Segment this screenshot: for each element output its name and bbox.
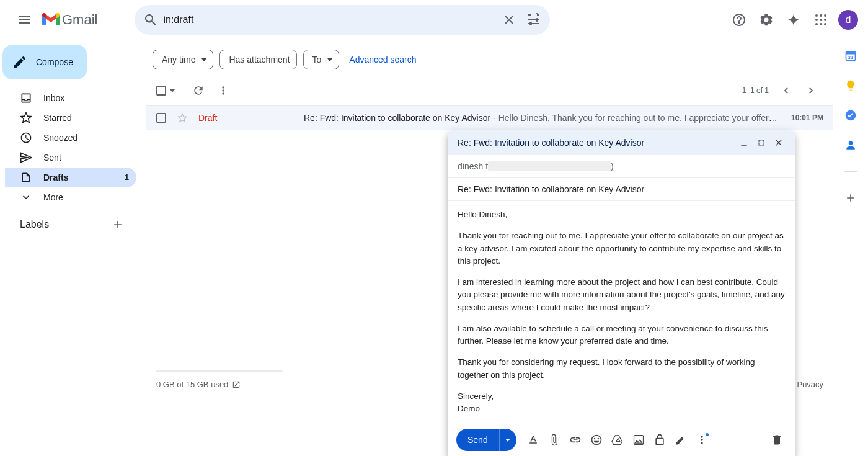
open-in-new-icon[interactable] xyxy=(232,380,241,389)
body-p5: Thank you for considering my request. I … xyxy=(458,356,785,382)
storage-bar xyxy=(156,370,283,372)
minimize-icon xyxy=(740,138,748,147)
help-icon xyxy=(732,12,746,27)
drive-icon xyxy=(611,434,624,446)
search-options-button[interactable] xyxy=(521,7,546,32)
refresh-button[interactable] xyxy=(186,78,211,103)
more-vert-icon xyxy=(217,84,229,97)
subject-cell: Re: Fwd: Invitation to collaborate on Ke… xyxy=(304,113,779,123)
star-icon xyxy=(20,112,32,124)
mail-row[interactable]: Draft Re: Fwd: Invitation to collaborate… xyxy=(146,105,833,130)
lock-icon xyxy=(653,434,666,446)
search-button[interactable] xyxy=(138,7,163,32)
refresh-icon xyxy=(192,84,205,97)
format-icon xyxy=(527,434,539,446)
subject-text: Re: Fwd: Invitation to collaborate on Ke… xyxy=(304,113,490,123)
insert-link-button[interactable] xyxy=(566,431,585,449)
time-cell: 10:01 PM xyxy=(791,114,823,122)
header-right: d xyxy=(727,7,863,32)
filter-any-time[interactable]: Any time xyxy=(153,50,213,69)
main-menu-button[interactable] xyxy=(10,5,40,35)
row-checkbox[interactable] xyxy=(156,113,166,123)
nav-snoozed[interactable]: Snoozed xyxy=(5,128,136,148)
gemini-button[interactable] xyxy=(781,7,806,32)
close-compose-button[interactable] xyxy=(770,134,787,151)
checkbox-icon xyxy=(156,86,166,96)
search-filter-row: Any time Has attachment To Advanced sear… xyxy=(146,43,833,76)
nav-label: Snoozed xyxy=(43,133,78,143)
expand-icon xyxy=(20,191,32,203)
google-apps-button[interactable] xyxy=(808,7,833,32)
recipient-prefix: dinesh t xyxy=(458,161,488,171)
svg-point-6 xyxy=(815,23,818,25)
nav-inbox[interactable]: Inbox xyxy=(5,88,136,108)
filter-to[interactable]: To xyxy=(303,50,340,69)
contacts-icon xyxy=(844,139,857,151)
recipients-field[interactable]: dinesh txxxxxxxxxxxxxxxxxxxxxxxxxxxx) xyxy=(448,155,795,178)
discard-draft-button[interactable] xyxy=(768,431,786,449)
chevron-left-icon xyxy=(780,84,792,97)
add-label-button[interactable] xyxy=(112,218,124,231)
svg-point-7 xyxy=(820,23,822,25)
older-button[interactable] xyxy=(799,78,823,103)
nav-starred[interactable]: Starred xyxy=(5,108,136,128)
labels-section-header: Labels xyxy=(5,218,136,231)
snippet-sep: - xyxy=(490,113,498,123)
nav-more[interactable]: More xyxy=(5,187,136,207)
fullscreen-button[interactable] xyxy=(753,134,770,151)
app-header: Gmail d xyxy=(0,0,868,40)
send-more-button[interactable] xyxy=(499,429,516,451)
tasks-app-button[interactable] xyxy=(844,109,857,122)
keep-app-button[interactable] xyxy=(844,79,857,92)
more-actions-button[interactable] xyxy=(211,78,236,103)
compose-header[interactable]: Re: Fwd: Invitation to collaborate on Ke… xyxy=(448,130,795,155)
attachment-icon xyxy=(548,434,560,446)
nav-drafts[interactable]: Drafts 1 xyxy=(5,168,136,187)
tune-icon xyxy=(526,12,541,27)
support-button[interactable] xyxy=(727,7,751,32)
chevron-right-icon xyxy=(805,84,817,97)
advanced-search-link[interactable]: Advanced search xyxy=(349,55,416,65)
send-button[interactable]: Send xyxy=(456,429,499,451)
body-p3: I am interested in learning more about t… xyxy=(458,276,785,314)
star-toggle[interactable] xyxy=(176,112,188,124)
subject-field[interactable]: Re: Fwd: Invitation to collaborate on Ke… xyxy=(448,178,795,201)
minimize-button[interactable] xyxy=(735,134,753,151)
settings-button[interactable] xyxy=(754,7,779,32)
insert-photo-button[interactable] xyxy=(629,431,648,449)
trash-icon xyxy=(771,434,783,446)
side-panel: 31 xyxy=(833,40,868,456)
compose-button[interactable]: Compose xyxy=(2,45,87,79)
svg-point-5 xyxy=(824,19,826,21)
insert-drive-button[interactable] xyxy=(608,431,627,449)
more-options-button[interactable] xyxy=(693,431,711,449)
contacts-app-button[interactable] xyxy=(844,139,857,151)
search-input[interactable] xyxy=(163,14,497,25)
filter-has-attachment[interactable]: Has attachment xyxy=(219,50,296,69)
hamburger-icon xyxy=(17,12,32,27)
apps-grid-icon xyxy=(813,12,828,27)
calendar-app-button[interactable]: 31 xyxy=(844,50,857,62)
image-icon xyxy=(632,434,645,446)
get-addons-button[interactable] xyxy=(844,192,857,204)
calendar-icon: 31 xyxy=(844,50,857,62)
nav-sent[interactable]: Sent xyxy=(5,148,136,168)
insert-signature-button[interactable] xyxy=(671,431,690,449)
main-panel: Any time Has attachment To Advanced sear… xyxy=(146,40,833,456)
confidential-mode-button[interactable] xyxy=(650,431,669,449)
privacy-link[interactable]: Privacy xyxy=(797,380,823,389)
recipient-redacted: xxxxxxxxxxxxxxxxxxxxxxxxxxxx xyxy=(488,161,611,171)
insert-emoji-button[interactable] xyxy=(587,431,606,449)
clear-search-button[interactable] xyxy=(497,7,521,32)
gmail-logo[interactable]: Gmail xyxy=(42,12,97,28)
select-all[interactable] xyxy=(156,86,175,96)
attach-button[interactable] xyxy=(545,431,564,449)
svg-point-3 xyxy=(815,19,818,21)
compose-body[interactable]: Hello Dinesh, Thank you for reaching out… xyxy=(448,201,795,424)
formatting-button[interactable] xyxy=(524,431,542,449)
labels-heading: Labels xyxy=(20,219,49,230)
newer-button[interactable] xyxy=(774,78,799,103)
close-icon xyxy=(502,12,516,27)
compose-title: Re: Fwd: Invitation to collaborate on Ke… xyxy=(458,138,735,148)
account-avatar[interactable]: d xyxy=(838,10,858,30)
